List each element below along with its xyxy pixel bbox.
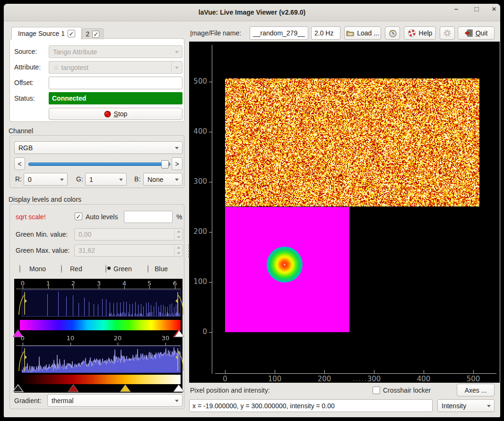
- gradient-label: Gradient:: [14, 397, 42, 404]
- chevron-down-icon: [175, 51, 179, 53]
- gear-icon: [443, 29, 452, 37]
- pixel-position-input[interactable]: x = -19.000000, y = 300.000000, intensit…: [189, 399, 433, 412]
- blue-channel-combobox[interactable]: None: [143, 173, 182, 186]
- display-mode-combobox[interactable]: Intensity: [437, 399, 495, 412]
- slider-handle[interactable]: [161, 160, 169, 169]
- upper-region-marker-right[interactable]: [175, 291, 184, 316]
- tab2-checkbox[interactable]: ✓: [92, 31, 99, 38]
- upper-region-marker-left[interactable]: [18, 291, 27, 316]
- x-tick-label: 100: [265, 375, 284, 383]
- radio-mono[interactable]: [19, 265, 20, 273]
- plot-area[interactable]: 500 400 300 200 100 0 0 100 200 300 400 …: [189, 42, 500, 383]
- channel-mode-combobox[interactable]: RGB: [14, 141, 182, 154]
- chevron-down-icon: [175, 147, 179, 149]
- spin-down-icon[interactable]: [174, 234, 182, 240]
- lower-region-marker-right[interactable]: [175, 347, 184, 372]
- green-min-spinbox[interactable]: 0,00: [74, 228, 183, 241]
- stop-button[interactable]: Stop: [49, 108, 182, 120]
- upper-histogram-plot[interactable]: [22, 290, 181, 317]
- status-label: Status:: [14, 95, 35, 102]
- channel-next-button[interactable]: >: [172, 157, 182, 170]
- axes-button[interactable]: Axes ...: [457, 384, 495, 396]
- attribute-combobox[interactable]: ☆ tangotest: [49, 61, 182, 74]
- upper-gradient-handle-right[interactable]: [173, 329, 184, 337]
- tab-image-source-2[interactable]: 2 ✓: [82, 28, 104, 39]
- red-channel-combobox[interactable]: 0: [24, 173, 68, 186]
- settings-button[interactable]: [440, 26, 455, 40]
- channel-prev-button[interactable]: <: [14, 157, 25, 170]
- star-icon: ☆: [53, 64, 59, 71]
- green-max-spinbox[interactable]: 31,62: [74, 244, 183, 257]
- auto-levels-label: Auto levels: [86, 213, 118, 221]
- source-label: Source:: [14, 48, 37, 55]
- window-title: laVue: Live Image Viewer (v2.69.0): [4, 4, 500, 21]
- spin-down-icon[interactable]: [174, 250, 182, 256]
- minimize-button[interactable]: –: [450, 4, 462, 14]
- close-button[interactable]: ×: [488, 4, 500, 14]
- channel-slider[interactable]: [28, 157, 169, 170]
- radio-red[interactable]: [61, 265, 62, 273]
- spin-up-icon[interactable]: [174, 229, 182, 234]
- attribute-label: Attribute:: [14, 63, 41, 71]
- radio-red-label: Red: [70, 265, 82, 273]
- offset-input[interactable]: [49, 77, 182, 89]
- pixel-position-label: Pixel position and intensity:: [190, 387, 270, 394]
- lower-gradient-handle-yellow[interactable]: [120, 384, 131, 392]
- quit-button[interactable]: Quit: [458, 26, 495, 40]
- lower-histogram-plot[interactable]: [22, 346, 181, 373]
- spin-up-icon[interactable]: [174, 245, 182, 250]
- hist-lower-tick: 20: [112, 335, 124, 342]
- tab-image-source-1[interactable]: Image Source 1 ✓: [11, 27, 82, 40]
- chevron-down-icon: [60, 179, 64, 181]
- splitter-handle-horizontal[interactable]: [353, 380, 367, 381]
- exit-door-icon: [465, 29, 473, 37]
- crosshair-locker-label: Crosshair locker: [383, 387, 431, 394]
- load-button[interactable]: Load ...: [344, 26, 381, 40]
- upper-gradient-bar[interactable]: [20, 320, 181, 330]
- timing-button[interactable]: [385, 26, 400, 40]
- lifebuoy-icon: [408, 29, 416, 37]
- tab1-checkbox[interactable]: ✓: [68, 30, 75, 37]
- y-tick-label: 0: [189, 327, 207, 336]
- chevron-down-icon: [175, 67, 179, 69]
- titlebar[interactable]: laVue: Live Image Viewer (v2.69.0): [4, 4, 500, 21]
- gradient-combobox[interactable]: thermal: [47, 394, 182, 407]
- x-tick-label: 0: [216, 375, 235, 383]
- stop-sign-icon: [104, 111, 111, 118]
- clock-icon: [388, 29, 397, 37]
- y-tick-label: 200: [189, 227, 207, 236]
- y-tick-label: 400: [189, 127, 207, 136]
- lower-gradient-handle-red[interactable]: [68, 384, 79, 392]
- chevron-down-icon: [175, 400, 179, 402]
- file-name-input[interactable]: __random_279__: [250, 26, 308, 40]
- lower-gradient-handle-white[interactable]: [173, 384, 184, 392]
- lower-gradient-bar[interactable]: [20, 375, 181, 384]
- x-axis-line: [215, 373, 496, 374]
- lower-region-marker-left[interactable]: [18, 347, 27, 372]
- green-channel-combobox[interactable]: 1: [85, 173, 127, 186]
- auto-levels-checkbox[interactable]: ✓: [75, 213, 82, 220]
- maximize-button[interactable]: □: [470, 4, 483, 14]
- x-tick-label: 300: [365, 375, 383, 383]
- red-channel-label: R:: [15, 175, 22, 183]
- radio-blue-label: Blue: [155, 265, 168, 273]
- y-tick-label: 100: [189, 277, 207, 286]
- source-combobox[interactable]: Tango Attribute: [49, 45, 182, 58]
- radio-green[interactable]: [105, 265, 106, 273]
- refresh-rate-input[interactable]: 2.0 Hz: [311, 26, 340, 40]
- channel-title: Channel: [9, 127, 33, 135]
- chevron-down-icon: [175, 179, 179, 181]
- hist-lower-tick: 0: [17, 335, 28, 342]
- radio-blue[interactable]: [148, 265, 148, 273]
- lower-gradient-handle-black[interactable]: [12, 384, 24, 392]
- y-tick-label: 300: [189, 177, 207, 186]
- histogram-widget[interactable]: 0 1 2 3 4 5 6 0 10 20 30: [14, 279, 182, 393]
- auto-levels-percent-input[interactable]: [124, 211, 173, 223]
- offset-label: Offset:: [14, 79, 34, 86]
- splitter-handle-vertical[interactable]: [188, 244, 190, 258]
- slider-groove[interactable]: [28, 163, 170, 166]
- crosshair-locker-checkbox[interactable]: [373, 387, 380, 394]
- magenta-image-layer: [225, 207, 349, 332]
- help-button[interactable]: Help: [404, 26, 436, 40]
- hist-upper-axis-line: [16, 289, 181, 289]
